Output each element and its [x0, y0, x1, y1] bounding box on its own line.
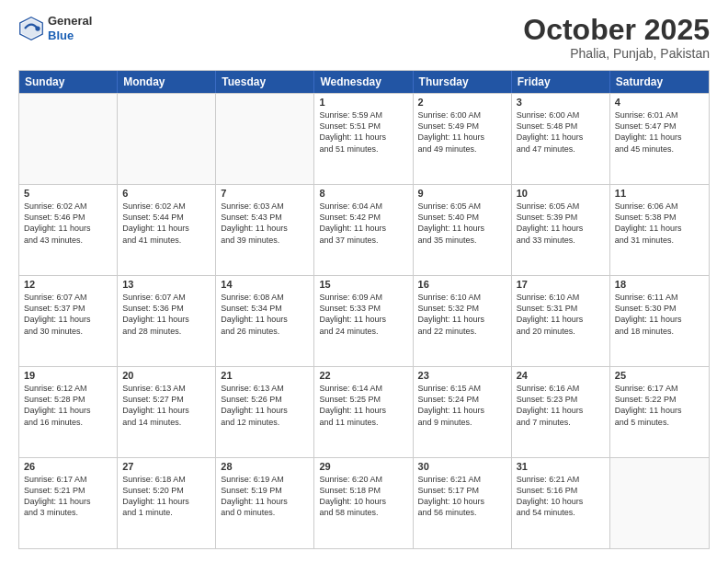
calendar-row: 12Sunrise: 6:07 AMSunset: 5:37 PMDayligh…	[19, 275, 709, 366]
day-number: 19	[24, 370, 112, 381]
day-info-line: Sunrise: 6:00 AM	[517, 109, 605, 121]
day-info-line: Sunset: 5:38 PM	[615, 212, 704, 223]
day-info-line: Sunrise: 6:08 AM	[221, 292, 309, 303]
day-info-line: Daylight: 11 hours	[319, 223, 407, 234]
day-number: 7	[221, 188, 309, 199]
day-info-line: Sunrise: 6:20 AM	[319, 474, 407, 485]
calendar-day-cell: 6Sunrise: 6:02 AMSunset: 5:44 PMDaylight…	[118, 185, 216, 275]
day-info-line: and 18 minutes.	[615, 326, 704, 337]
day-info-line: and 0 minutes.	[221, 507, 309, 518]
day-info-line: Sunset: 5:31 PM	[517, 303, 605, 314]
calendar-empty-cell	[216, 94, 314, 184]
day-number: 2	[418, 97, 506, 108]
calendar-day-cell: 25Sunrise: 6:17 AMSunset: 5:22 PMDayligh…	[610, 367, 709, 457]
day-number: 31	[517, 461, 605, 472]
day-info-line: Daylight: 11 hours	[24, 314, 112, 325]
calendar-day-cell: 14Sunrise: 6:08 AMSunset: 5:34 PMDayligh…	[216, 276, 314, 366]
day-info-line: Sunset: 5:47 PM	[615, 121, 704, 132]
day-info-line: Daylight: 11 hours	[615, 314, 704, 325]
day-info-line: and 24 minutes.	[319, 326, 407, 337]
calendar-row: 19Sunrise: 6:12 AMSunset: 5:28 PMDayligh…	[19, 366, 709, 457]
calendar-day-cell: 24Sunrise: 6:16 AMSunset: 5:23 PMDayligh…	[512, 367, 610, 457]
day-info-line: Daylight: 11 hours	[517, 132, 605, 143]
month-title: October 2025	[523, 14, 710, 46]
calendar-day-cell: 10Sunrise: 6:05 AMSunset: 5:39 PMDayligh…	[512, 185, 610, 275]
day-info-line: and 14 minutes.	[122, 417, 210, 428]
day-info-line: Daylight: 11 hours	[319, 132, 407, 143]
day-number: 18	[615, 279, 704, 290]
day-number: 14	[221, 279, 309, 290]
calendar-day-cell: 4Sunrise: 6:01 AMSunset: 5:47 PMDaylight…	[610, 94, 709, 184]
calendar-day-cell: 26Sunrise: 6:17 AMSunset: 5:21 PMDayligh…	[19, 458, 118, 548]
day-info-line: Sunrise: 6:06 AM	[615, 201, 704, 212]
day-info-line: Daylight: 11 hours	[221, 223, 309, 234]
svg-point-3	[35, 26, 40, 30]
calendar-empty-cell	[19, 94, 118, 184]
logo: General Blue	[18, 14, 92, 42]
day-info-line: and 35 minutes.	[418, 235, 506, 246]
day-info-line: Sunset: 5:20 PM	[122, 485, 210, 496]
weekday-header: Monday	[118, 71, 216, 93]
calendar-day-cell: 15Sunrise: 6:09 AMSunset: 5:33 PMDayligh…	[314, 276, 413, 366]
day-info-line: Daylight: 11 hours	[418, 405, 506, 416]
day-info-line: Sunrise: 6:05 AM	[418, 201, 506, 212]
day-info-line: and 26 minutes.	[221, 326, 309, 337]
day-number: 27	[122, 461, 210, 472]
day-info-line: Daylight: 10 hours	[517, 496, 605, 507]
day-info-line: Sunset: 5:44 PM	[122, 212, 210, 223]
day-info-line: Daylight: 11 hours	[24, 223, 112, 234]
calendar-day-cell: 23Sunrise: 6:15 AMSunset: 5:24 PMDayligh…	[414, 367, 512, 457]
day-info-line: Daylight: 11 hours	[221, 314, 309, 325]
calendar-day-cell: 21Sunrise: 6:13 AMSunset: 5:26 PMDayligh…	[216, 367, 314, 457]
day-number: 21	[221, 370, 309, 381]
calendar: SundayMondayTuesdayWednesdayThursdayFrid…	[18, 70, 710, 549]
day-info-line: Sunset: 5:40 PM	[418, 212, 506, 223]
day-info-line: Sunrise: 6:14 AM	[319, 383, 407, 394]
day-info-line: and 3 minutes.	[24, 507, 112, 518]
title-block: October 2025 Phalia, Punjab, Pakistan	[523, 14, 710, 61]
day-info-line: Daylight: 11 hours	[122, 223, 210, 234]
calendar-header: SundayMondayTuesdayWednesdayThursdayFrid…	[19, 71, 709, 93]
day-number: 10	[517, 188, 605, 199]
day-info-line: Sunrise: 6:15 AM	[418, 383, 506, 394]
day-info-line: Sunrise: 6:09 AM	[319, 292, 407, 303]
day-info-line: Daylight: 11 hours	[418, 314, 506, 325]
day-info-line: Sunrise: 6:17 AM	[615, 383, 704, 394]
day-info-line: Daylight: 10 hours	[319, 496, 407, 507]
day-info-line: Daylight: 11 hours	[122, 314, 210, 325]
day-info-line: and 16 minutes.	[24, 417, 112, 428]
calendar-row: 5Sunrise: 6:02 AMSunset: 5:46 PMDaylight…	[19, 184, 709, 275]
day-number: 8	[319, 188, 407, 199]
day-number: 28	[221, 461, 309, 472]
day-number: 22	[319, 370, 407, 381]
day-info-line: and 31 minutes.	[615, 235, 704, 246]
day-info-line: and 49 minutes.	[418, 144, 506, 155]
day-info-line: Sunset: 5:27 PM	[122, 394, 210, 405]
day-info-line: and 58 minutes.	[319, 507, 407, 518]
day-info-line: Sunset: 5:37 PM	[24, 303, 112, 314]
day-info-line: Sunset: 5:21 PM	[24, 485, 112, 496]
day-info-line: Daylight: 11 hours	[122, 496, 210, 507]
day-info-line: Sunrise: 6:11 AM	[615, 292, 704, 303]
calendar-day-cell: 17Sunrise: 6:10 AMSunset: 5:31 PMDayligh…	[512, 276, 610, 366]
calendar-row: 26Sunrise: 6:17 AMSunset: 5:21 PMDayligh…	[19, 457, 709, 548]
day-info-line: Daylight: 11 hours	[615, 132, 704, 143]
logo-text: General Blue	[48, 14, 92, 42]
calendar-day-cell: 7Sunrise: 6:03 AMSunset: 5:43 PMDaylight…	[216, 185, 314, 275]
day-info-line: Daylight: 11 hours	[221, 405, 309, 416]
day-info-line: and 12 minutes.	[221, 417, 309, 428]
day-info-line: Sunset: 5:25 PM	[319, 394, 407, 405]
day-number: 30	[418, 461, 506, 472]
calendar-day-cell: 31Sunrise: 6:21 AMSunset: 5:16 PMDayligh…	[512, 458, 610, 548]
day-info-line: Sunrise: 6:10 AM	[418, 292, 506, 303]
day-info-line: Sunrise: 6:19 AM	[221, 474, 309, 485]
weekday-header: Sunday	[19, 71, 118, 93]
day-number: 5	[24, 188, 112, 199]
day-info-line: Sunrise: 6:04 AM	[319, 201, 407, 212]
day-info-line: Sunset: 5:46 PM	[24, 212, 112, 223]
calendar-row: 1Sunrise: 5:59 AMSunset: 5:51 PMDaylight…	[19, 93, 709, 184]
header: General Blue October 2025 Phalia, Punjab…	[18, 14, 710, 61]
calendar-empty-cell	[610, 458, 709, 548]
calendar-day-cell: 12Sunrise: 6:07 AMSunset: 5:37 PMDayligh…	[19, 276, 118, 366]
calendar-day-cell: 18Sunrise: 6:11 AMSunset: 5:30 PMDayligh…	[610, 276, 709, 366]
